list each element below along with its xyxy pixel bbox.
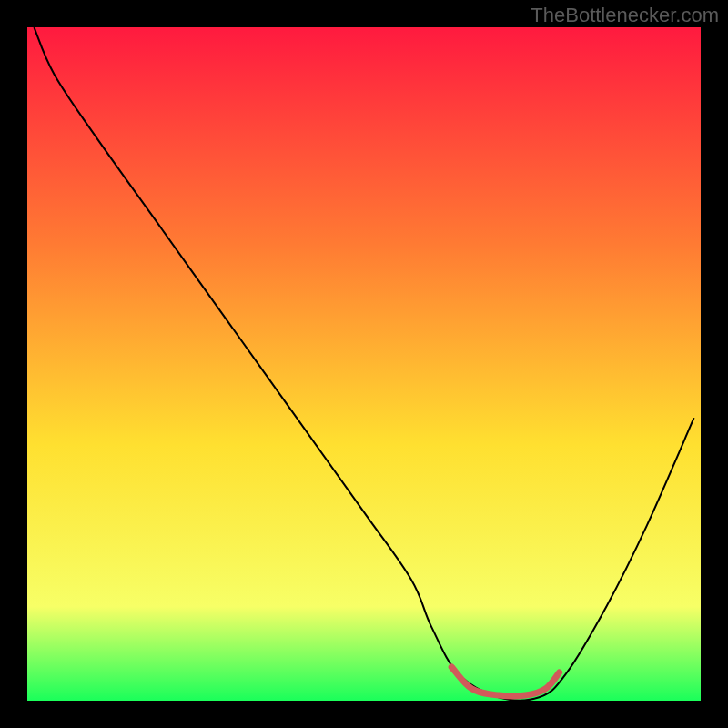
plot-frame <box>27 27 701 701</box>
bottleneck-chart <box>27 27 701 701</box>
attribution-text: TheBottlenecker.com <box>531 4 719 27</box>
chart-container: TheBottlenecker.com <box>0 0 728 728</box>
gradient-background <box>27 27 701 701</box>
